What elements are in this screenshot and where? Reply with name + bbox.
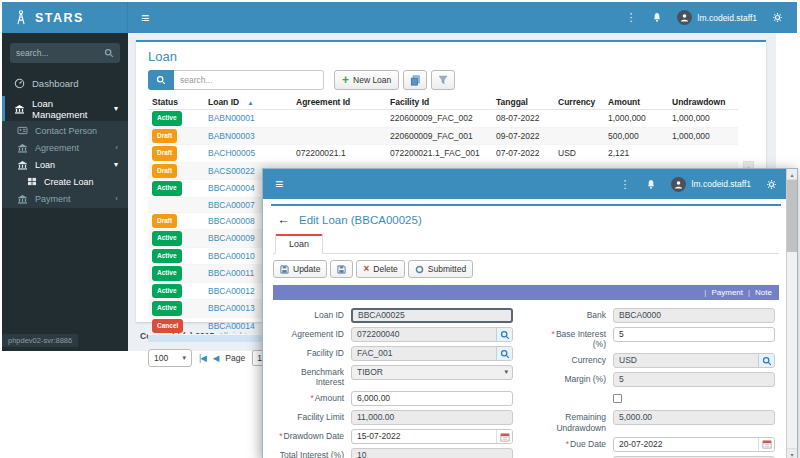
first-page-button[interactable]: |◀ (199, 353, 206, 363)
sidebar-item-loan[interactable]: Loan▾ (2, 156, 128, 173)
facility-id-lookup-button[interactable] (496, 347, 512, 360)
sidebar-item-payment[interactable]: Payment‹ (2, 190, 128, 207)
scrollbar-thumb[interactable] (787, 180, 797, 252)
loan-id-link[interactable]: BBCA00007 (208, 200, 255, 210)
back-button[interactable]: ← (277, 213, 290, 226)
loan-id-link[interactable]: BABN00003 (208, 131, 255, 141)
search-icon[interactable] (104, 48, 114, 58)
agreement-id-field: 072200040 (351, 327, 513, 342)
table-row[interactable]: ActiveBABN00001220600009_FAC_00208-07-20… (148, 110, 738, 128)
column-header-undrawdown[interactable]: Undrawdown (668, 95, 738, 110)
caret-down-icon: ▾ (182, 354, 186, 362)
table-header-row: StatusLoan ID▲Agreement IdFacility IdTan… (148, 95, 738, 110)
loan-id-link[interactable]: BBCA00012 (208, 286, 255, 296)
note-link[interactable]: Note (755, 288, 772, 297)
due-date-calendar-button[interactable] (758, 438, 774, 451)
sidebar-item-label: Loan Management (32, 98, 107, 120)
base-interest-field[interactable]: 5 (613, 327, 775, 342)
amount-field[interactable]: 6,000.00 (351, 391, 513, 406)
username: lm.codeid.staff1 (692, 179, 751, 189)
drawdown-date-field[interactable]: 15-07-2022 (351, 429, 513, 444)
person-icon (674, 180, 683, 189)
column-header-amount[interactable]: Amount (604, 95, 668, 110)
table-row[interactable]: DraftBABN00003220600009_FAC_00109-07-202… (148, 127, 738, 145)
loan-id-link[interactable]: BACH00005 (208, 148, 255, 158)
sidebar-item-loan-management[interactable]: Loan Management▾ (2, 96, 128, 121)
update-button[interactable]: Update (273, 260, 327, 278)
settings-gear-icon[interactable] (766, 179, 777, 190)
drawdown-date-calendar-button[interactable] (496, 430, 512, 443)
main-topbar: STARS ≡ ⋮ lm.codeid.staff1 (2, 2, 797, 33)
sidebar-item-label: Payment (35, 194, 71, 204)
currency-lookup-button[interactable] (758, 354, 774, 367)
bank-label: Bank (539, 308, 613, 323)
column-header-tanggal[interactable]: Tanggal (492, 95, 554, 110)
sidebar-item-agreement[interactable]: Agreement‹ (2, 139, 128, 156)
scroll-up-icon[interactable]: ▴ (787, 169, 797, 180)
sidebar-item-create-loan[interactable]: Create Loan (2, 173, 128, 190)
user-menu[interactable]: lm.codeid.staff1 (677, 10, 757, 25)
loan-id-link[interactable]: BABN00001 (208, 113, 255, 123)
submitted-button[interactable]: Submitted (408, 260, 473, 278)
bank-field: BBCA0000 (613, 308, 775, 323)
required-asterisk: * (566, 439, 569, 449)
loan-id-link[interactable]: BBCA00004 (208, 183, 255, 193)
page-size-select[interactable]: 100 ▾ (148, 349, 192, 367)
user-menu[interactable]: lm.codeid.staff1 (671, 177, 751, 192)
sidebar-item-dashboard[interactable]: Dashboard (2, 71, 128, 96)
column-header-currency[interactable]: Currency (554, 95, 604, 110)
form-checkbox[interactable] (613, 394, 622, 403)
status-badge: Active (152, 301, 182, 316)
tasks-menu-icon[interactable]: ⋮ (620, 178, 631, 191)
new-loan-button[interactable]: + New Loan (334, 70, 399, 90)
export-button[interactable] (431, 70, 455, 90)
brand-logo[interactable]: STARS (2, 2, 128, 33)
sidebar-item-contact-person[interactable]: Contact Person (2, 122, 128, 139)
search-button[interactable] (148, 70, 174, 90)
delete-button[interactable]: × Delete (356, 260, 404, 278)
topbar-right: ⋮ lm.codeid.staff1 (620, 177, 797, 192)
column-header-facility-id[interactable]: Facility Id (386, 95, 492, 110)
payment-link[interactable]: Payment (711, 288, 743, 297)
page-label: Page (225, 353, 245, 363)
tab-loan[interactable]: Loan (275, 234, 323, 254)
chevron-down-icon: ▾ (114, 104, 118, 113)
menu-toggle-icon[interactable]: ≡ (141, 11, 149, 25)
settings-gear-icon[interactable] (772, 12, 783, 23)
remaining-undrawdown-field: 5,000.00 (613, 410, 775, 425)
notifications-bell-icon[interactable] (646, 179, 656, 190)
loan-id-link[interactable]: BBCA00011 (208, 268, 254, 278)
column-header-status[interactable]: Status (148, 95, 204, 110)
copy-button[interactable] (403, 70, 427, 90)
status-badge: Active (152, 249, 182, 264)
due-date-field[interactable]: 20-07-2022 (613, 437, 775, 452)
total-interest-field: 10 (351, 448, 513, 458)
loan-id-link[interactable]: BACS00022 (208, 166, 255, 176)
prev-page-button[interactable]: ◀ (213, 353, 219, 363)
menu-toggle-icon[interactable]: ≡ (275, 177, 283, 191)
loan-id-link[interactable]: BBCA00009 (208, 233, 255, 243)
status-badge: Draft (152, 146, 177, 161)
tasks-menu-icon[interactable]: ⋮ (626, 11, 637, 24)
amount-label: *Amount (277, 391, 351, 406)
window-scrollbar[interactable]: ▴ ▾ (786, 169, 797, 458)
margin-field: 5 (613, 372, 775, 387)
person-icon (680, 13, 689, 22)
bank-icon (17, 143, 28, 153)
table-search-input[interactable] (174, 70, 324, 90)
scroll-down-icon[interactable]: ▾ (787, 448, 797, 458)
benchmark-interest-field[interactable]: TIBOR (351, 365, 513, 380)
table-row[interactable]: DraftBACH00005072200021.1072200021.1_FAC… (148, 145, 738, 163)
agreement-id-lookup-button[interactable] (496, 328, 512, 341)
username: lm.codeid.staff1 (698, 13, 757, 23)
sidebar-search-input[interactable] (16, 48, 104, 58)
save-as-button[interactable] (330, 260, 353, 278)
loan-id-link[interactable]: BBCA00013 (208, 303, 255, 313)
loan-id-link[interactable]: BBCA00010 (208, 251, 255, 261)
notifications-bell-icon[interactable] (652, 12, 662, 23)
column-header-loan-id[interactable]: Loan ID▲ (204, 95, 292, 110)
loan-id-link[interactable]: BBCA00014 (208, 321, 255, 331)
column-header-agreement-id[interactable]: Agreement Id (292, 95, 386, 110)
loan-id-link[interactable]: BBCA00008 (208, 216, 255, 226)
due-date-label: *Due Date (539, 437, 613, 452)
